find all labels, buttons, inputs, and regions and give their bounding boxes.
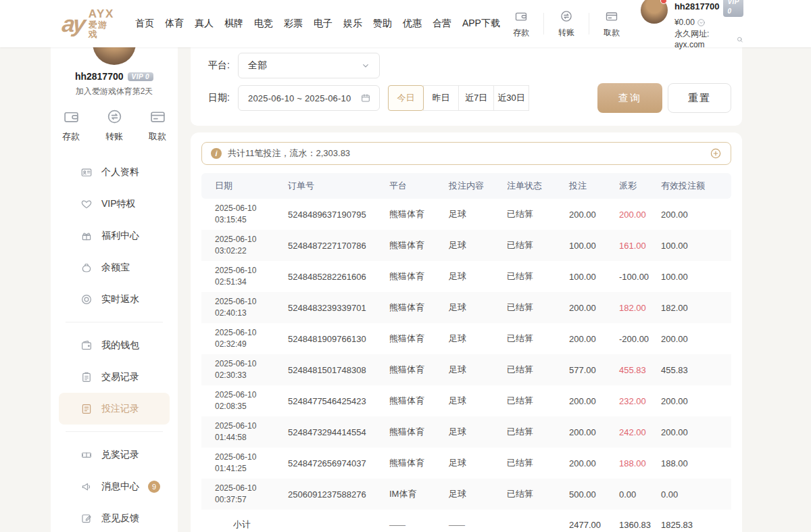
- avatar[interactable]: [641, 0, 668, 24]
- sidebar-item-idcard[interactable]: 个人资料: [51, 156, 178, 188]
- reset-button[interactable]: 重置: [668, 83, 731, 113]
- sidebar-item-wallet2[interactable]: 我的钱包: [51, 329, 178, 361]
- nav-item-11[interactable]: 合营: [427, 18, 457, 30]
- range-button-3[interactable]: 近7日: [458, 85, 494, 111]
- quick-action-wallet[interactable]: 存款: [59, 108, 82, 143]
- logo-mark-icon: ay: [61, 11, 85, 37]
- cell-order-no: 5248481501748308: [282, 365, 384, 375]
- nav-item-8[interactable]: 娱乐: [338, 18, 368, 30]
- time-value: 02:32:49: [215, 339, 282, 350]
- cell-payout: 161.00: [614, 241, 656, 251]
- nav-item-9[interactable]: 赞助: [368, 18, 397, 30]
- quick-action-transfer[interactable]: 转账: [103, 108, 126, 143]
- cell-bet: 200.00: [564, 427, 614, 437]
- time-value: 02:51:34: [215, 276, 282, 288]
- platform-label: 平台:: [208, 59, 238, 72]
- vip-badge: VIP 0: [723, 0, 743, 17]
- date-range-input[interactable]: 2025-06-10 ~ 2025-06-10: [238, 85, 380, 111]
- cell-bet: 200.00: [564, 210, 614, 220]
- nav-item-12[interactable]: APP下载: [457, 18, 506, 30]
- vip-heart-icon: [80, 198, 93, 210]
- cell-content: 足球: [443, 301, 501, 314]
- cell-date: 2025-06-1001:44:58: [201, 420, 282, 444]
- sidebar: hh2817700 VIP 0 加入爱游戏体育第2天 存款转账取款 个人资料VI…: [51, 47, 178, 532]
- cell-order-no: 5248472656974037: [282, 458, 384, 468]
- nav-item-6[interactable]: 彩票: [278, 18, 308, 30]
- cell-payout: 182.00: [614, 303, 656, 313]
- sidebar-item-message[interactable]: 消息中心9: [51, 470, 178, 502]
- cell-date: 2025-06-1002:32:49: [201, 327, 282, 351]
- quick-range-group: 今日昨日近7日近30日: [388, 85, 529, 111]
- sidebar-item-bet[interactable]: 投注记录: [59, 393, 170, 425]
- nav-item-7[interactable]: 电子: [308, 18, 338, 30]
- sidebar-item-vip[interactable]: VIP特权: [51, 188, 178, 220]
- table-row: 2025-06-1003:15:455248489637190795熊猫体育足球…: [201, 199, 731, 230]
- sidebar-item-label: 交易记录: [101, 371, 139, 383]
- cell-bet: 100.00: [564, 241, 614, 251]
- balance-dropdown-icon[interactable]: [697, 18, 706, 27]
- nav-item-3[interactable]: 真人: [189, 18, 219, 30]
- nav-item-2[interactable]: 体育: [159, 18, 189, 30]
- quick-action-wallet[interactable]: 存款: [506, 9, 537, 39]
- time-value: 02:40:13: [215, 308, 282, 319]
- table-row: 2025-06-1002:08:355248477546425423熊猫体育足球…: [201, 385, 731, 416]
- table-row: 2025-06-1002:30:335248481501748308熊猫体育足球…: [201, 354, 731, 385]
- cell-valid-bet: 188.00: [656, 458, 731, 468]
- nav-item-10[interactable]: 优惠: [397, 18, 427, 30]
- cell-payout: 242.00: [614, 427, 656, 437]
- platform-select[interactable]: 全部: [238, 53, 380, 78]
- sidebar-item-gift[interactable]: 福利中心: [51, 220, 178, 251]
- quick-action-card[interactable]: 取款: [146, 108, 169, 143]
- feedback-pen-icon: [80, 512, 93, 525]
- quick-action-transfer[interactable]: 转账: [551, 9, 582, 39]
- date-value: 2025-06-10: [215, 452, 282, 463]
- range-button-4[interactable]: 近30日: [493, 85, 529, 111]
- cell-valid-bet: 200.00: [656, 210, 731, 220]
- sidebar-item-prize[interactable]: 兑奖记录: [51, 439, 178, 470]
- table-row: 2025-06-1000:37:572506091237588276IM体育足球…: [201, 479, 731, 510]
- date-value: 2025-06-10: [215, 483, 282, 494]
- cell-date: 2025-06-1003:02:22: [201, 234, 282, 258]
- quick-action-label: 取款: [146, 130, 169, 143]
- sidebar-item-rebate[interactable]: 实时返水: [51, 283, 178, 315]
- divider: [66, 322, 163, 322]
- range-button-1[interactable]: 今日: [388, 85, 424, 111]
- cell-status: 已结算: [501, 270, 564, 283]
- nav-item-1[interactable]: 首页: [130, 18, 159, 30]
- sidebar-item-feedback[interactable]: 意见反馈: [51, 502, 178, 532]
- balance-value: ¥0.00: [674, 17, 695, 28]
- cell-status: 已结算: [501, 301, 564, 314]
- logo[interactable]: ay AYX 爱游戏: [62, 8, 115, 39]
- search-icon[interactable]: [736, 35, 743, 44]
- top-bar: ay AYX 爱游戏 首页体育真人棋牌电竞彩票电子娱乐赞助优惠合营APP下载 存…: [0, 0, 811, 47]
- expand-button[interactable]: [710, 147, 722, 160]
- bet-table: 日期订单号平台投注内容注单状态投注派彩有效投注额2025-06-1003:15:…: [201, 173, 731, 532]
- profile-username: hh2817700: [75, 71, 124, 82]
- cell-valid-bet: 200.00: [656, 427, 731, 437]
- column-header: 订单号: [282, 180, 384, 192]
- cell-payout: 0.00: [614, 489, 656, 500]
- cell-payout: 455.83: [614, 365, 656, 375]
- profile-vip-badge: VIP 0: [128, 72, 154, 81]
- cell-payout: -200.00: [614, 334, 656, 344]
- cell-content: 足球: [443, 333, 501, 345]
- plus-circle-icon: [710, 147, 722, 160]
- cell-status: 已结算: [501, 208, 564, 220]
- cell-platform: 熊猫体育: [384, 239, 443, 251]
- user-area: hh2817700 VIP 0 ¥0.00 永久网址: ayx.com: [641, 0, 743, 51]
- subtotal-valid-bet: 1825.83: [656, 520, 731, 530]
- nav-item-4[interactable]: 棋牌: [219, 18, 249, 30]
- date-value: 2025-06-10: [215, 265, 282, 276]
- sidebar-item-trade[interactable]: 交易记录: [51, 361, 178, 393]
- quick-action-label: 存款: [59, 130, 82, 143]
- date-value: 2025-06-10: [215, 327, 282, 339]
- sidebar-item-purse[interactable]: 余额宝: [51, 251, 178, 283]
- cell-valid-bet: 0.00: [656, 489, 731, 500]
- range-button-2[interactable]: 昨日: [423, 85, 459, 111]
- nav-item-5[interactable]: 电竞: [249, 18, 278, 30]
- cell-order-no: 5248485282261606: [282, 272, 384, 282]
- search-button[interactable]: 查询: [597, 83, 662, 113]
- records-panel: i 共计11笔投注，流水：2,303.83 日期订单号平台投注内容注单状态投注派…: [191, 132, 742, 532]
- cell-content: 足球: [443, 270, 501, 283]
- quick-action-card[interactable]: 取款: [596, 9, 627, 39]
